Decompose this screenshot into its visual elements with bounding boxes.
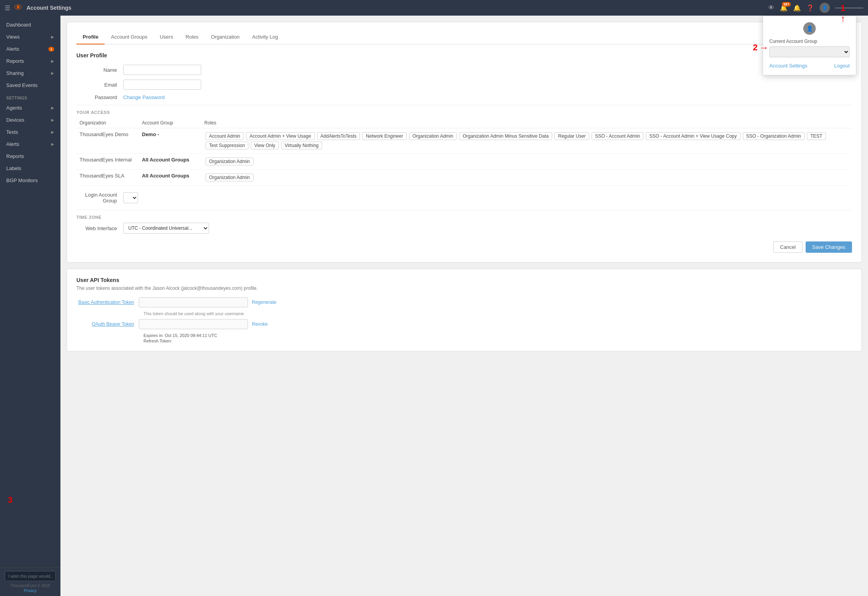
eye-icon[interactable]: 👁 bbox=[768, 4, 774, 11]
access-roles: Account AdminAccount Admin + View UsageA… bbox=[201, 128, 852, 154]
topnav-left: ☰ 👁 Account Settings bbox=[5, 3, 71, 13]
logout-link[interactable]: Logout bbox=[834, 63, 850, 69]
name-input[interactable] bbox=[123, 65, 201, 75]
chevron-right-icon-sharing: ▶ bbox=[51, 71, 54, 75]
role-tag: SSO - Account Admin bbox=[592, 132, 643, 140]
oauth-label[interactable]: OAuth Bearer Token bbox=[76, 321, 139, 327]
basic-auth-label[interactable]: Basic Authentication Token bbox=[76, 300, 139, 305]
access-roles: Organization Admin bbox=[201, 154, 852, 170]
sidebar-item-reports[interactable]: Reports ▶ bbox=[0, 55, 60, 67]
role-tag: Regular User bbox=[554, 132, 589, 140]
sidebar-item-alerts[interactable]: Alerts 1 bbox=[0, 43, 60, 55]
feedback-input[interactable] bbox=[5, 571, 56, 581]
sidebar-label-bgp: BGP Monitors bbox=[6, 177, 38, 183]
web-interface-select[interactable]: UTC - Coordinated Universal... bbox=[123, 223, 209, 234]
login-account-group-label: Login Account Group bbox=[76, 192, 123, 204]
topnav-right: 👁 🔔 387 🔔 ❓ 👤 —————— bbox=[768, 3, 863, 13]
role-tag: Organization Admin Minus Sensitive Data bbox=[459, 132, 552, 140]
role-tag: View Only bbox=[251, 142, 279, 149]
dropdown-links: Account Settings Logout bbox=[769, 63, 850, 69]
role-tag: Organization Admin bbox=[205, 158, 253, 165]
tab-users[interactable]: Users bbox=[154, 30, 179, 44]
dropdown-avatar: 👤 bbox=[803, 22, 816, 35]
user-profile-title: User Profile bbox=[76, 52, 852, 59]
oauth-input[interactable] bbox=[139, 319, 248, 329]
basic-auth-input[interactable] bbox=[139, 297, 248, 307]
chevron-right-icon-reports: ▶ bbox=[51, 59, 54, 63]
access-header: YOUR ACCESS bbox=[76, 105, 852, 115]
role-tag: Account Admin bbox=[205, 132, 244, 140]
account-dropdown: 👤 Current Account Group Account Settings… bbox=[763, 16, 856, 75]
sidebar-item-labels[interactable]: Labels bbox=[0, 162, 60, 174]
sidebar-item-reports-settings[interactable]: Reports bbox=[0, 150, 60, 162]
action-buttons: Cancel Save Changes bbox=[76, 241, 852, 254]
tab-roles[interactable]: Roles bbox=[179, 30, 205, 44]
sidebar-item-sharing[interactable]: Sharing ▶ bbox=[0, 67, 60, 79]
bell-icon[interactable]: 🔔 bbox=[793, 4, 801, 12]
role-tag: Organization Admin bbox=[409, 132, 457, 140]
alerts-badge: 1 bbox=[48, 47, 54, 51]
basic-auth-row: Basic Authentication Token Regenerate bbox=[76, 297, 852, 307]
email-row: Email bbox=[76, 80, 852, 90]
username[interactable]: —————— bbox=[835, 5, 863, 11]
sidebar-item-saved-events[interactable]: Saved Events bbox=[0, 79, 60, 91]
sidebar-item-views[interactable]: Views ▶ bbox=[0, 31, 60, 43]
chevron-right-icon: ▶ bbox=[51, 35, 54, 39]
tab-account-groups[interactable]: Account Groups bbox=[105, 30, 153, 44]
login-account-group-select[interactable] bbox=[123, 192, 138, 203]
menu-icon[interactable]: ☰ bbox=[5, 4, 10, 12]
sidebar-item-agents[interactable]: Agents ▶ bbox=[0, 102, 60, 114]
sidebar-label-tests: Tests bbox=[6, 129, 18, 135]
cancel-button[interactable]: Cancel bbox=[773, 241, 802, 253]
sidebar-item-dashboard[interactable]: Dashboard bbox=[0, 19, 60, 31]
name-row: Name bbox=[76, 65, 852, 75]
tab-organization[interactable]: Organization bbox=[205, 30, 246, 44]
sidebar-item-bgp[interactable]: BGP Monitors bbox=[0, 174, 60, 186]
sidebar-label-dashboard: Dashboard bbox=[6, 22, 31, 28]
regenerate-link[interactable]: Regenerate bbox=[252, 300, 276, 305]
password-label: Password bbox=[76, 94, 123, 100]
help-icon[interactable]: ❓ bbox=[806, 4, 814, 12]
logo-icon: 👁 bbox=[14, 3, 23, 13]
chevron-right-icon-devices: ▶ bbox=[51, 118, 54, 122]
sidebar-label-views: Views bbox=[6, 34, 19, 40]
sidebar-label-reports-settings: Reports bbox=[6, 153, 24, 159]
refresh-text: Refresh Token: bbox=[143, 339, 852, 343]
sidebar-label-saved-events: Saved Events bbox=[6, 82, 37, 88]
save-button[interactable]: Save Changes bbox=[806, 241, 852, 253]
role-tag: Virtually Nothing bbox=[281, 142, 322, 149]
access-table: Organization Account Group Roles Thousan… bbox=[76, 118, 852, 186]
api-tokens-card: User API Tokens The user tokens associat… bbox=[67, 269, 862, 351]
name-label: Name bbox=[76, 67, 123, 73]
expires-value: Oct 15, 2020 09:44:11 UTC bbox=[165, 333, 217, 338]
notification-badge: 387 bbox=[782, 2, 791, 7]
sidebar-item-alerts-settings[interactable]: Alerts ▶ bbox=[0, 138, 60, 150]
privacy-link[interactable]: Privacy bbox=[5, 589, 56, 593]
tab-profile[interactable]: Profile bbox=[76, 30, 105, 44]
avatar[interactable]: 👤 bbox=[820, 3, 830, 13]
tab-activity-log[interactable]: Activity Log bbox=[246, 30, 284, 44]
role-tag: Test Suppression bbox=[205, 142, 248, 149]
time-zone-header: TIME ZONE bbox=[76, 210, 852, 220]
notifications-icon[interactable]: 🔔 387 bbox=[780, 4, 788, 12]
sidebar-label-devices: Devices bbox=[6, 117, 24, 123]
sidebar-item-devices[interactable]: Devices ▶ bbox=[0, 114, 60, 126]
role-tag: SSO - Organization Admin bbox=[743, 132, 805, 140]
sidebar-item-tests[interactable]: Tests ▶ bbox=[0, 126, 60, 138]
sidebar-label-reports: Reports bbox=[6, 58, 24, 64]
email-input[interactable] bbox=[123, 80, 201, 90]
access-group: All Account Groups bbox=[139, 154, 201, 170]
role-tag: SSO - Account Admin + View Usage Copy bbox=[646, 132, 740, 140]
sidebar-label-alerts: Alerts bbox=[6, 46, 19, 52]
role-tag: Account Admin + View Usage bbox=[246, 132, 315, 140]
web-interface-row: Web Interface UTC - Coordinated Universa… bbox=[76, 223, 852, 234]
web-interface-label: Web Interface bbox=[76, 225, 123, 231]
basic-auth-note: This token should be used along with you… bbox=[143, 311, 852, 316]
expires-label: Expires in: bbox=[143, 333, 163, 338]
account-settings-link[interactable]: Account Settings bbox=[769, 63, 808, 69]
dropdown-account-group-select[interactable] bbox=[769, 46, 850, 57]
sidebar-label-agents: Agents bbox=[6, 105, 22, 111]
change-password-link[interactable]: Change Password bbox=[123, 94, 165, 100]
revoke-link[interactable]: Revoke bbox=[252, 321, 268, 327]
sidebar-footer: ThousandEyes © 2018 Privacy bbox=[0, 568, 60, 596]
